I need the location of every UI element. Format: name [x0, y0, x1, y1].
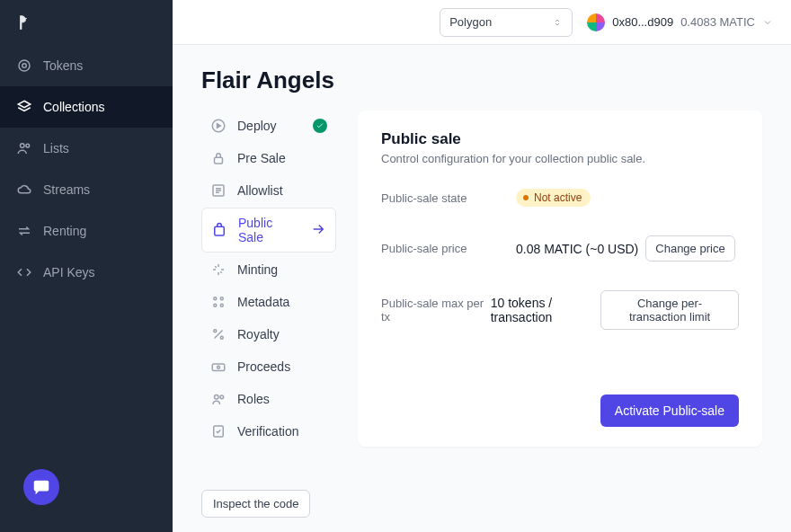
- wallet-balance: 0.4083 MATIC: [680, 15, 755, 29]
- network-select[interactable]: Polygon: [440, 8, 573, 37]
- sidebar-item-tokens[interactable]: Tokens: [0, 45, 173, 86]
- activate-public-sale-button[interactable]: Activate Public-sale: [600, 395, 739, 427]
- logo: [0, 0, 173, 45]
- subnav-item-publicsale[interactable]: Public Sale: [201, 208, 336, 253]
- public-sale-panel: Public sale Control configuration for yo…: [358, 111, 762, 447]
- svg-point-2: [21, 144, 25, 148]
- lock-icon: [210, 150, 227, 166]
- svg-point-11: [220, 304, 223, 306]
- svg-point-10: [214, 304, 217, 306]
- wallet-menu[interactable]: 0x80...d909 0.4083 MATIC: [587, 13, 773, 31]
- subnav-item-deploy[interactable]: Deploy: [201, 111, 336, 141]
- sidebar-item-label: Collections: [43, 100, 104, 114]
- sidebar-item-lists[interactable]: Lists: [0, 128, 173, 169]
- svg-point-17: [220, 395, 224, 399]
- percent-icon: [210, 326, 227, 342]
- bag-icon: [211, 222, 227, 238]
- subnav-item-verification[interactable]: Verification: [201, 416, 336, 447]
- subnav-item-label: Metadata: [237, 295, 289, 309]
- sidebar-item-label: Streams: [43, 182, 90, 197]
- avatar: [587, 13, 605, 31]
- token-icon: [16, 58, 32, 74]
- network-label: Polygon: [449, 15, 492, 29]
- code-icon: [16, 264, 32, 280]
- subnav-item-label: Verification: [237, 424, 298, 439]
- logo-icon: [16, 13, 32, 32]
- intercom-button[interactable]: [23, 469, 59, 505]
- chevron-down-icon: [762, 17, 773, 28]
- page-title: Flair Angels: [201, 66, 762, 94]
- svg-point-3: [26, 144, 30, 147]
- svg-point-0: [19, 60, 30, 71]
- sidebar-item-label: Tokens: [43, 58, 83, 73]
- price-value: 0.08 MATIC (~0 USD): [516, 242, 638, 256]
- swap-icon: [16, 223, 32, 239]
- subnav-item-allowlist[interactable]: Allowlist: [201, 175, 336, 206]
- subnav-item-minting[interactable]: Minting: [201, 254, 336, 285]
- subnav-item-label: Royalty: [237, 327, 280, 341]
- svg-rect-14: [212, 364, 225, 371]
- list-icon: [210, 182, 227, 199]
- subnav-item-label: Roles: [237, 392, 270, 406]
- sidebar-item-apikeys[interactable]: API Keys: [0, 252, 173, 293]
- svg-rect-5: [215, 157, 223, 164]
- sidebar-item-renting[interactable]: Renting: [0, 210, 173, 252]
- max-value: 10 tokens / transaction: [491, 296, 593, 324]
- panel-title: Public sale: [381, 130, 739, 148]
- svg-point-9: [220, 297, 223, 300]
- inspect-code-button[interactable]: Inspect the code: [201, 490, 310, 518]
- arrow-right-icon: [310, 221, 326, 240]
- svg-point-12: [214, 330, 217, 332]
- users-icon: [210, 391, 227, 407]
- svg-point-1: [22, 64, 27, 68]
- subnav-item-royalty[interactable]: Royalty: [201, 319, 336, 350]
- sidebar-item-collections[interactable]: Collections: [0, 86, 173, 128]
- play-circle-icon: [210, 118, 227, 134]
- subnav-item-label: Proceeds: [237, 359, 290, 374]
- layers-icon: [16, 99, 32, 115]
- price-label: Public-sale price: [381, 242, 516, 255]
- cash-icon: [210, 359, 227, 375]
- max-label: Public-sale max per tx: [381, 297, 491, 324]
- svg-rect-7: [215, 226, 225, 235]
- panel-description: Control configuration for your collectio…: [381, 152, 739, 165]
- sidebar-item-label: Lists: [43, 141, 69, 155]
- subnav-item-roles[interactable]: Roles: [201, 384, 336, 414]
- svg-point-16: [215, 395, 219, 400]
- check-icon: [313, 119, 327, 133]
- sidebar-item-label: Renting: [43, 224, 86, 238]
- cloud-icon: [16, 182, 32, 198]
- chat-icon: [31, 477, 51, 497]
- svg-point-8: [214, 297, 217, 300]
- chevron-updown-icon: [552, 17, 563, 28]
- svg-point-13: [220, 336, 223, 339]
- status-badge: Not active: [516, 189, 591, 207]
- subnav-item-presale[interactable]: Pre Sale: [201, 143, 336, 173]
- collection-subnav: Deploy Pre Sale Allowlist Public Sale: [201, 111, 336, 447]
- subnav-item-label: Allowlist: [237, 183, 283, 198]
- subnav-item-label: Deploy: [237, 119, 277, 133]
- sidebar: Tokens Collections Lists Streams Renting…: [0, 0, 173, 532]
- check-doc-icon: [210, 423, 227, 439]
- sidebar-item-label: API Keys: [43, 265, 95, 279]
- grid-icon: [210, 294, 227, 310]
- topbar: Polygon 0x80...d909 0.4083 MATIC: [173, 0, 791, 45]
- wallet-address: 0x80...d909: [612, 15, 673, 29]
- subnav-item-label: Minting: [237, 262, 278, 277]
- users-icon: [16, 140, 32, 156]
- subnav-item-label: Pre Sale: [237, 151, 286, 165]
- change-price-button[interactable]: Change price: [645, 235, 734, 262]
- sparkle-icon: [210, 262, 227, 278]
- sidebar-item-streams[interactable]: Streams: [0, 169, 173, 210]
- subnav-item-label: Public Sale: [238, 216, 299, 244]
- subnav-item-proceeds[interactable]: Proceeds: [201, 351, 336, 382]
- subnav-item-metadata[interactable]: Metadata: [201, 287, 336, 317]
- state-label: Public-sale state: [381, 191, 516, 205]
- svg-point-15: [218, 366, 220, 368]
- change-limit-button[interactable]: Change per-transaction limit: [600, 290, 739, 330]
